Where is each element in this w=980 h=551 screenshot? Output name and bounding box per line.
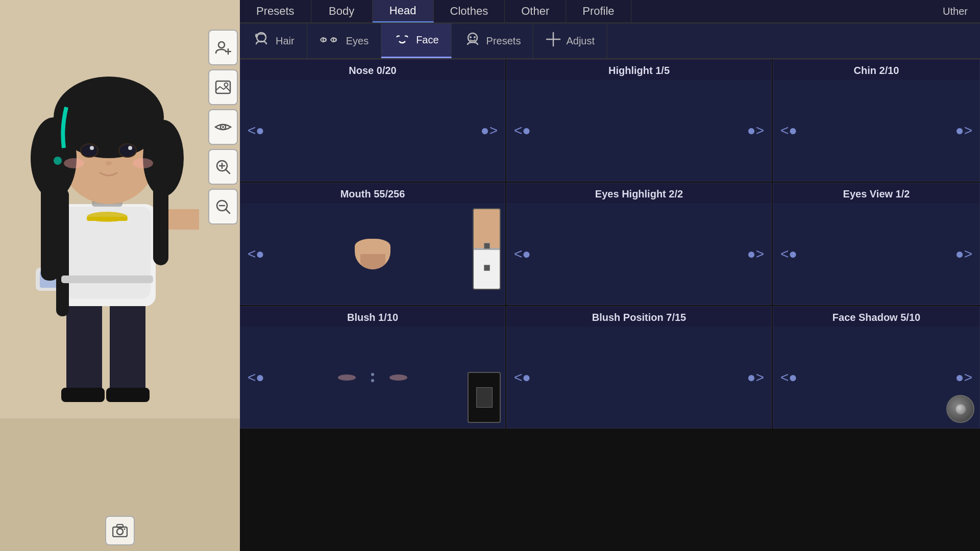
blush-swatch-inner [476, 387, 493, 408]
sub-tab-eyes[interactable]: Eyes [307, 23, 381, 58]
eyes-highlight-preview [538, 223, 740, 285]
svg-point-40 [225, 83, 228, 87]
blush-position-prev-arrow[interactable]: <● [507, 365, 538, 390]
feature-blush-position-card: Blush Position 7/15 <● ●> [506, 306, 772, 429]
add-character-button[interactable] [208, 30, 238, 65]
eyes-highlight-title: Eyes Highlight 2/2 [507, 183, 771, 203]
eyes-highlight-next-arrow[interactable]: ●> [740, 242, 771, 266]
svg-rect-52 [117, 524, 123, 528]
blush-position-next-arrow[interactable]: ●> [740, 365, 771, 390]
svg-rect-0 [66, 301, 102, 393]
svg-rect-22 [56, 189, 69, 316]
svg-point-51 [117, 529, 123, 535]
eyes-icon [320, 33, 341, 49]
svg-rect-21 [153, 173, 168, 265]
feature-highlight-card: Highlight 1/5 <● ●> [506, 59, 772, 182]
sub-tab-adjust[interactable]: Adjust [533, 23, 607, 58]
eyes-highlight-body: <● ●> [507, 203, 771, 305]
blush-title: Blush 1/10 [240, 307, 505, 327]
blush-dot-center-bottom [371, 379, 374, 382]
swatch-handle-top [484, 243, 490, 249]
tab-head[interactable]: Head [373, 0, 434, 22]
eyes-highlight-prev-arrow[interactable]: <● [507, 242, 538, 266]
sub-tab-bar: Hair Eyes Face [240, 23, 980, 59]
mouth-color-swatch[interactable] [473, 208, 501, 290]
features-grid: Nose 0/20 <● ●> Highlight 1/5 <● ●> Chin… [240, 59, 980, 551]
sub-tab-adjust-label: Adjust [566, 35, 595, 47]
svg-point-27 [81, 144, 97, 157]
chin-title: Chin 2/10 [773, 60, 979, 80]
svg-point-29 [90, 146, 94, 150]
svg-line-46 [226, 169, 230, 173]
svg-rect-7 [87, 217, 128, 221]
sub-tab-face[interactable]: Face [381, 23, 451, 58]
nose-next-arrow[interactable]: ●> [474, 118, 505, 143]
chin-preview [804, 100, 948, 161]
blush-display [338, 373, 407, 382]
right-panel: Presets Body Head Clothes Other Profile … [240, 0, 980, 551]
nose-title: Nose 0/20 [240, 60, 505, 80]
blush-color-swatch[interactable] [468, 372, 501, 423]
highlight-next-arrow[interactable]: ●> [740, 118, 771, 143]
sub-tab-presets[interactable]: Presets [452, 23, 534, 58]
svg-point-30 [128, 146, 132, 150]
svg-point-56 [333, 38, 336, 41]
svg-point-36 [218, 42, 225, 48]
chin-next-arrow[interactable]: ●> [948, 118, 979, 143]
left-panel: ◀ · · · [0, 0, 240, 551]
nose-preview [272, 100, 473, 161]
mouth-shape-display [355, 239, 390, 269]
nose-prev-arrow[interactable]: <● [240, 118, 272, 143]
svg-rect-20 [41, 179, 59, 281]
highlight-preview [538, 100, 740, 161]
swatch-handle-bottom [484, 265, 490, 271]
svg-point-53 [124, 529, 126, 530]
blush-prev-arrow[interactable]: <● [240, 365, 272, 390]
mouth-title: Mouth 55/256 [240, 183, 505, 203]
face-shadow-next-arrow[interactable]: ●> [948, 365, 979, 390]
svg-point-31 [64, 158, 84, 168]
feature-face-shadow-card: Face Shadow 5/10 <● ●> [773, 306, 980, 429]
blush-body: <● ●> [240, 327, 505, 428]
eyes-view-title: Eyes View 1/2 [773, 183, 979, 203]
tab-body[interactable]: Body [311, 0, 373, 22]
face-shadow-title: Face Shadow 5/10 [773, 307, 979, 327]
camera-button[interactable] [105, 516, 135, 545]
zoom-in-button[interactable] [208, 149, 238, 185]
eyes-view-preview [804, 223, 948, 285]
tab-profile[interactable]: Profile [566, 0, 631, 22]
dial-inner [955, 404, 966, 414]
sidebar-button-group [204, 26, 240, 229]
tab-clothes[interactable]: Clothes [434, 0, 505, 22]
eye-toggle-button[interactable] [208, 109, 238, 145]
svg-rect-1 [110, 301, 145, 393]
highlight-prev-arrow[interactable]: <● [507, 118, 538, 143]
blush-dot-right [389, 374, 407, 381]
nose-body: <● ●> [240, 80, 505, 181]
chin-body: <● ●> [773, 80, 979, 181]
svg-point-58 [470, 36, 472, 38]
feature-blush-card: Blush 1/10 <● ●> [240, 306, 505, 429]
svg-point-33 [106, 161, 112, 165]
mouth-prev-arrow[interactable]: <● [240, 242, 272, 266]
svg-rect-39 [216, 81, 230, 93]
face-shadow-prev-arrow[interactable]: <● [773, 365, 804, 390]
background-button[interactable] [208, 69, 238, 105]
sub-tab-hair[interactable]: Hair [240, 23, 307, 58]
eyes-view-next-arrow[interactable]: ●> [948, 242, 979, 266]
zoom-out-button[interactable] [208, 189, 238, 224]
blush-position-title: Blush Position 7/15 [507, 307, 771, 327]
bottom-bar [0, 510, 240, 551]
sub-tab-presets-label: Presets [486, 35, 521, 47]
chin-prev-arrow[interactable]: <● [773, 118, 804, 143]
face-shadow-dial[interactable] [946, 395, 974, 423]
feature-eyes-view-card: Eyes View 1/2 <● ●> [773, 183, 980, 305]
svg-line-49 [226, 209, 230, 213]
svg-point-28 [119, 144, 136, 157]
svg-point-32 [133, 158, 153, 168]
eyes-view-prev-arrow[interactable]: <● [773, 242, 804, 266]
svg-point-55 [323, 38, 326, 41]
mouth-body: <● ●> [240, 203, 505, 305]
tab-presets[interactable]: Presets [240, 0, 311, 22]
tab-other[interactable]: Other [505, 0, 566, 22]
